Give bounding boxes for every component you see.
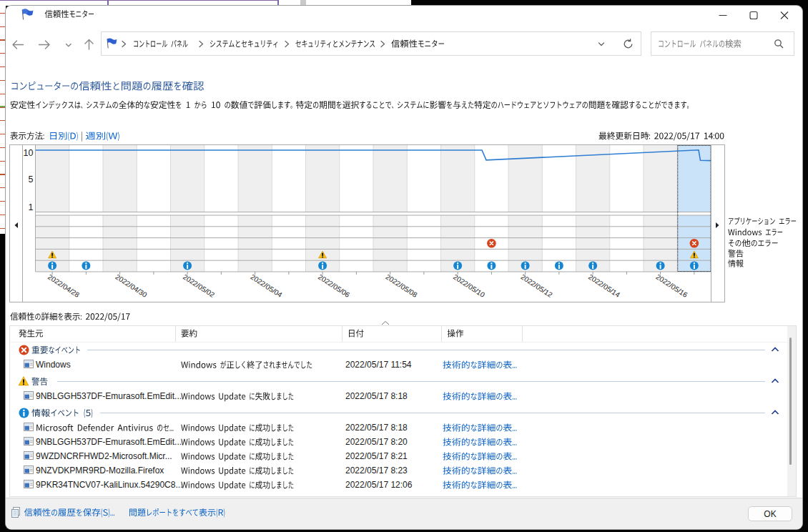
svg-text:2022/05/12: 2022/05/12 xyxy=(520,272,554,299)
svg-text:2022/04/30: 2022/04/30 xyxy=(114,272,149,299)
svg-text:2022/05/16: 2022/05/16 xyxy=(655,272,689,299)
svg-text:2022/04/28: 2022/04/28 xyxy=(46,272,81,299)
svg-text:2022/05/04: 2022/05/04 xyxy=(250,272,284,299)
svg-text:2022/05/08: 2022/05/08 xyxy=(385,272,419,299)
svg-text:2022/05/10: 2022/05/10 xyxy=(452,272,486,299)
svg-text:2022/05/14: 2022/05/14 xyxy=(587,272,621,299)
svg-text:2022/05/06: 2022/05/06 xyxy=(317,272,351,299)
svg-text:1: 1 xyxy=(29,202,34,212)
svg-text:2022/05/02: 2022/05/02 xyxy=(182,272,216,299)
svg-text:5: 5 xyxy=(29,174,34,184)
svg-text:10: 10 xyxy=(24,148,34,158)
